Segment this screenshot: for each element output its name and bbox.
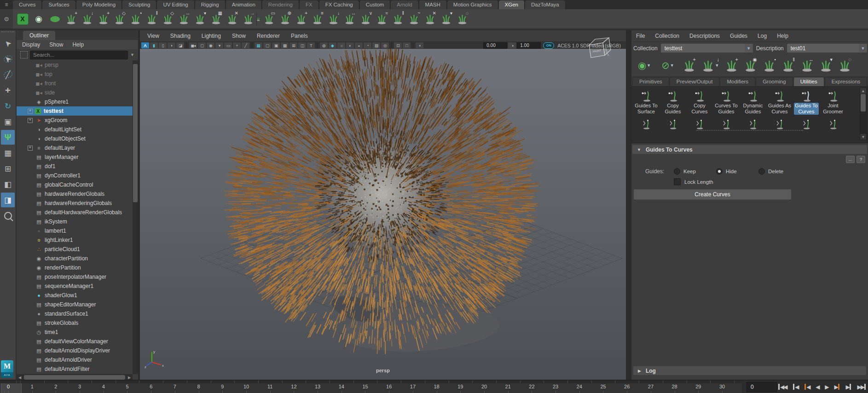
outliner-item[interactable]: + ▤ strokeGlobals bbox=[17, 318, 133, 328]
convert-primitives-icon[interactable]: ◇ bbox=[160, 10, 175, 28]
frame-number[interactable]: 6 bbox=[150, 384, 152, 389]
shelf-tab[interactable]: Motion Graphics bbox=[447, 0, 498, 9]
scroll-left-arrow-icon[interactable]: ◀ bbox=[17, 375, 23, 380]
xgen-menu-item[interactable]: Descriptions bbox=[689, 33, 720, 39]
viewport-menu-item[interactable]: Lighting bbox=[202, 33, 221, 39]
pose-brush-icon[interactable]: ✕ bbox=[422, 10, 438, 28]
outliner-item[interactable]: + ◉ renderPartition bbox=[17, 263, 133, 272]
guide-visibility-icon[interactable]: ◉ ▼ bbox=[741, 56, 759, 75]
outliner-item[interactable]: + ● standardSurface1 bbox=[17, 309, 133, 318]
bake-guides-icon[interactable] bbox=[713, 118, 740, 129]
view-cube[interactable]: FRONT RIGHT bbox=[583, 35, 616, 64]
xgen-menu-item[interactable]: Help bbox=[777, 33, 788, 39]
frame-number[interactable]: 12 bbox=[291, 384, 296, 389]
outliner-item[interactable]: + ◑ defaultObjectSet bbox=[17, 134, 133, 143]
exposure-icon[interactable]: ◖ bbox=[416, 42, 423, 48]
outliner-item[interactable]: + ▤ dynController1 bbox=[17, 171, 133, 180]
xgen-logo-icon[interactable]: X bbox=[15, 10, 30, 28]
occlusion-icon[interactable]: ◒ bbox=[355, 42, 363, 48]
shelf-tab[interactable]: Sculpting bbox=[122, 0, 156, 9]
shelf-tab[interactable]: DazToMaya bbox=[525, 0, 566, 9]
scale-tool-icon[interactable]: ▣ bbox=[1, 114, 15, 129]
wireframe-on-shaded-icon[interactable]: ◍ bbox=[320, 42, 328, 48]
viewport-menu-item[interactable]: Panels bbox=[291, 33, 308, 39]
create-guide-icon[interactable]: + ▼ bbox=[723, 56, 740, 75]
frame-number[interactable]: 20 bbox=[481, 384, 487, 389]
shelf-tab[interactable]: Animation bbox=[226, 0, 262, 9]
outliner-menu-item[interactable]: Display bbox=[22, 41, 40, 48]
create-description-icon[interactable]: + bbox=[63, 10, 79, 28]
frame-number[interactable]: 29 bbox=[695, 384, 701, 389]
presets-button[interactable]: ... bbox=[846, 156, 855, 163]
sculpt-guides-icon[interactable] bbox=[633, 118, 660, 129]
dropdown-caret-icon[interactable]: ▼ bbox=[670, 63, 674, 68]
color-management-toggle[interactable]: ON bbox=[543, 42, 554, 49]
append-faces-icon[interactable]: → bbox=[240, 10, 256, 28]
paint-select-tool-icon[interactable]: ╱ bbox=[1, 67, 15, 82]
expand-toggle-icon[interactable]: + bbox=[28, 146, 33, 151]
xgen-menu-item[interactable]: Guides bbox=[730, 33, 747, 39]
lock-length-checkbox[interactable] bbox=[674, 178, 681, 185]
outliner-item[interactable]: + ▤ defaultArnoldDriver bbox=[17, 355, 133, 364]
step-back-key-button[interactable]: ◀ bbox=[804, 384, 810, 390]
outliner-item[interactable]: + ● shaderGlow1 bbox=[17, 291, 133, 300]
preview-disable-icon[interactable]: ⊘ ▼ bbox=[657, 56, 679, 75]
motion-blur-icon[interactable]: ◔ bbox=[364, 42, 371, 48]
resolution-gate-icon[interactable]: ▣ bbox=[272, 42, 280, 48]
outliner-menu-item[interactable]: Help bbox=[72, 41, 84, 48]
current-frame-field[interactable]: 0 bbox=[746, 382, 777, 392]
scroll-up-arrow-icon[interactable]: ▲ bbox=[860, 88, 866, 94]
exposure-field[interactable]: 0.00 bbox=[483, 42, 507, 49]
outliner-item[interactable]: + ◼◂ front bbox=[17, 79, 133, 88]
outliner-item[interactable]: + ≡ defaultLayer bbox=[17, 143, 133, 153]
anti-aliasing-icon[interactable]: ▨ bbox=[372, 42, 380, 48]
xgen-menu-item[interactable]: Log bbox=[758, 33, 767, 39]
reverse-guides-icon[interactable] bbox=[660, 118, 686, 129]
viewport-menu-item[interactable]: Shading bbox=[170, 33, 191, 39]
expand-triangle-icon[interactable]: ▶ bbox=[638, 369, 641, 373]
image-plane-icon[interactable]: ▭ bbox=[224, 42, 232, 48]
radio-icon[interactable] bbox=[674, 168, 680, 175]
export-patches-icon[interactable]: ↓ bbox=[79, 10, 95, 28]
select-bound-faces-icon[interactable]: ▦ bbox=[208, 10, 224, 28]
lasso-select-tool-icon[interactable]: ➤ bbox=[1, 52, 15, 66]
scrollbar-thumb[interactable] bbox=[861, 94, 866, 111]
frame-number[interactable]: 25 bbox=[600, 384, 606, 389]
outliner-item[interactable]: + ◑ defaultLightSet bbox=[17, 125, 133, 134]
frame-number[interactable]: 17 bbox=[410, 384, 416, 389]
frame-number[interactable]: 16 bbox=[386, 384, 392, 389]
shelf-tab[interactable]: FX Caching bbox=[319, 0, 359, 9]
lighting-toggle-icon[interactable]: ◗ bbox=[168, 42, 175, 48]
shelf-tab[interactable]: MASH bbox=[419, 0, 447, 9]
xgen-menu-item[interactable]: Collection bbox=[655, 33, 679, 39]
outliner-item[interactable]: + ▤ defaultArnoldDisplayDriver bbox=[17, 346, 133, 355]
rotate-tool-icon[interactable]: ↻ bbox=[1, 99, 15, 113]
toolbar-separator[interactable] bbox=[185, 42, 188, 48]
select-guides-icon[interactable]: ▾ ▼ bbox=[817, 56, 834, 75]
frame-number[interactable]: 0 bbox=[7, 384, 10, 389]
guides-as-curves-button[interactable]: Guides As Curves bbox=[766, 89, 793, 115]
xgen-tab[interactable]: Grooming bbox=[756, 77, 793, 86]
camera-icon[interactable]: ◼◂ bbox=[189, 42, 197, 48]
scrollbar-track[interactable] bbox=[23, 375, 126, 380]
shelf-tab[interactable]: Rendering bbox=[262, 0, 299, 9]
outliner-item[interactable]: + ▤ globalCacheControl bbox=[17, 180, 133, 189]
part-brush-icon[interactable]: ‖ bbox=[390, 10, 405, 28]
viewport-menu-item[interactable]: Renderer bbox=[257, 33, 280, 39]
length-brush-icon[interactable]: ↓ bbox=[325, 10, 341, 28]
shelf-tab[interactable]: Rigging bbox=[195, 0, 226, 9]
resample-curves-icon[interactable] bbox=[793, 118, 820, 129]
outliner-item[interactable]: + ◼◂ persp bbox=[17, 60, 133, 70]
scrollbar-thumb[interactable] bbox=[24, 375, 125, 380]
mask-brush-icon[interactable]: ◌ bbox=[454, 10, 470, 28]
cut-guides-icon[interactable] bbox=[766, 118, 793, 129]
toolbox-grip[interactable] bbox=[1, 31, 14, 35]
interactive-groom-icon[interactable]: ▭ bbox=[261, 10, 277, 28]
step-forward-frame-button[interactable]: ▶ bbox=[845, 384, 851, 390]
xgen-tab[interactable]: Utilities bbox=[793, 77, 824, 86]
toolbar-separator[interactable] bbox=[250, 42, 254, 48]
outliner-item[interactable]: + ▤ sequenceManager1 bbox=[17, 282, 133, 291]
outliner-item[interactable]: + ◼◂ side bbox=[17, 88, 133, 97]
perspective-viewport[interactable]: ViewShadingLightingShowRendererPanels A▮… bbox=[140, 30, 626, 381]
step-back-frame-button[interactable]: ◀ bbox=[793, 384, 798, 390]
